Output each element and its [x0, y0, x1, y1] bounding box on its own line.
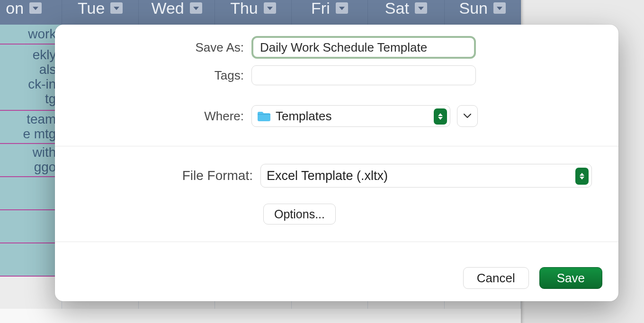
tags-label: Tags:: [55, 68, 251, 83]
file-format-value: Excel Template (.xltx): [267, 169, 388, 183]
save-as-input[interactable]: [251, 36, 476, 59]
calendar-cell[interactable]: team e mtg: [0, 111, 62, 143]
divider: [55, 242, 618, 242]
day-header-cell: Thu: [215, 0, 291, 25]
chevron-down-icon[interactable]: [29, 2, 42, 14]
day-header-cell: Wed: [139, 0, 215, 25]
save-button[interactable]: Save: [539, 267, 602, 289]
day-label: Wed: [151, 0, 184, 18]
tags-row: Tags:: [55, 65, 618, 85]
chevron-down-icon[interactable]: [264, 2, 276, 14]
day-label: Fri: [311, 0, 330, 18]
day-header-cell: Sun: [445, 0, 521, 25]
day-header-cell: on: [0, 0, 62, 25]
chevron-down-icon: [464, 114, 471, 118]
day-label: on: [6, 0, 24, 18]
day-label: Sat: [385, 0, 409, 18]
save-as-label: Save As:: [55, 40, 251, 55]
calendar-cell[interactable]: [0, 177, 62, 209]
file-format-label: File Format:: [55, 168, 260, 183]
expand-button[interactable]: [457, 105, 478, 127]
dialog-footer: Cancel Save: [463, 267, 602, 289]
cancel-label: Cancel: [477, 271, 515, 286]
save-dialog: Save As: Tags: Where: Templates File For…: [55, 25, 618, 301]
chevron-down-icon[interactable]: [110, 2, 123, 14]
calendar-cell[interactable]: [0, 277, 62, 309]
calendar-cell[interactable]: ekly als ck-in tg: [0, 45, 62, 110]
calendar-cell[interactable]: with ggo: [0, 144, 62, 176]
chevron-down-icon[interactable]: [493, 2, 506, 14]
day-label: Tue: [78, 0, 105, 18]
calendar-cell[interactable]: work: [0, 25, 62, 44]
save-as-row: Save As:: [55, 36, 618, 59]
where-select[interactable]: Templates: [251, 105, 450, 127]
day-label: Thu: [230, 0, 258, 18]
where-label: Where:: [55, 109, 251, 124]
day-header-cell: Sat: [368, 0, 444, 25]
folder-icon: [257, 110, 271, 122]
file-format-row: File Format: Excel Template (.xltx): [55, 164, 618, 188]
save-label: Save: [557, 271, 585, 286]
chevron-down-icon[interactable]: [415, 2, 427, 14]
divider: [55, 146, 618, 146]
tags-input[interactable]: [251, 65, 476, 85]
calendar-cell[interactable]: [0, 243, 62, 276]
chevron-down-icon[interactable]: [190, 2, 202, 14]
file-format-select[interactable]: Excel Template (.xltx): [260, 164, 592, 188]
up-down-icon: [434, 108, 447, 125]
day-header-cell: Fri: [292, 0, 368, 25]
where-row: Where: Templates: [55, 105, 618, 127]
chevron-down-icon[interactable]: [336, 2, 348, 14]
day-label: Sun: [459, 0, 488, 18]
where-value: Templates: [276, 109, 332, 124]
calendar-day-header: on Tue Wed Thu Fri Sat Sun: [0, 0, 521, 25]
options-button[interactable]: Options...: [263, 204, 336, 224]
options-label: Options...: [274, 207, 325, 221]
up-down-icon: [575, 168, 589, 185]
day-header-cell: Tue: [62, 0, 138, 25]
calendar-cell[interactable]: [0, 210, 62, 242]
cancel-button[interactable]: Cancel: [463, 267, 529, 289]
